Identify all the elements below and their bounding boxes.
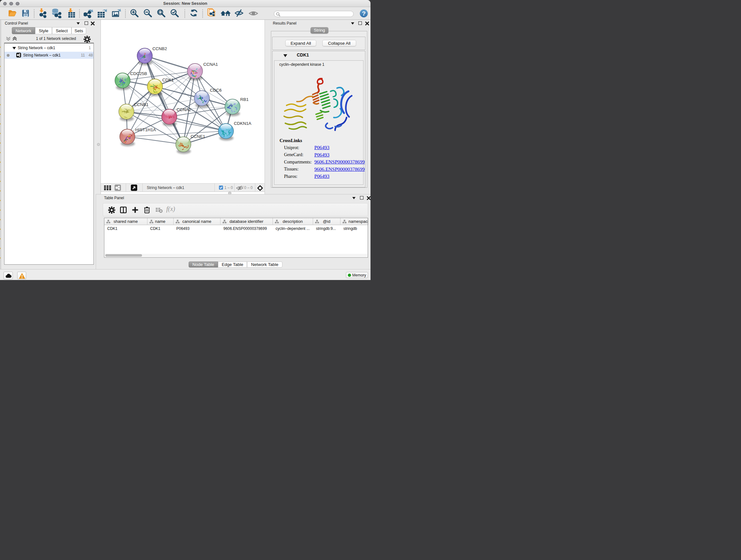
svg-text:RB1: RB1	[240, 97, 249, 102]
svg-text:HIST1H1A: HIST1H1A	[135, 127, 156, 132]
svg-text:CDK1: CDK1	[162, 78, 174, 82]
svg-text:CCNE1: CCNE1	[191, 134, 205, 139]
svg-text:?: ?	[362, 10, 366, 17]
svg-text:CDKN1A: CDKN1A	[234, 121, 252, 126]
svg-text:CDC6: CDC6	[210, 88, 222, 92]
svg-text:CCNA2: CCNA2	[177, 107, 191, 112]
svg-text:CCNA1: CCNA1	[203, 62, 218, 67]
svg-text:CDC25B: CDC25B	[130, 71, 147, 76]
svg-text:CCNB1: CCNB1	[134, 102, 148, 107]
svg-text:CCNB2: CCNB2	[152, 46, 167, 51]
